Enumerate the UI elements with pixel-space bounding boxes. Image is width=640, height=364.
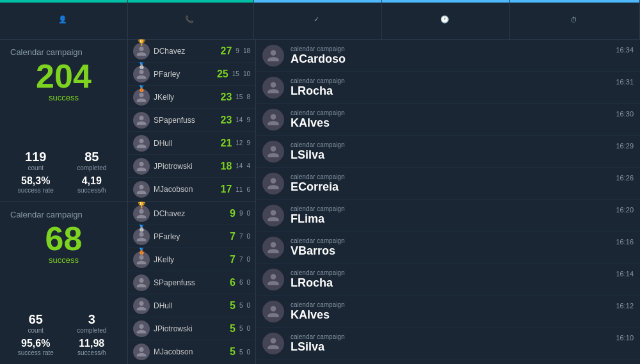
activity-time: 16:30 — [616, 107, 634, 118]
activity-name: VBarros — [291, 244, 609, 258]
middle-section: 🏆 DChavez 27 9 18 🥈 PFarley 25 15 — [128, 40, 256, 364]
agent-score: 23 — [216, 91, 232, 103]
agent-stats: 7 0 — [239, 233, 250, 240]
agent-name: DChavez — [154, 209, 216, 218]
trophy-silver-icon: 🥈 — [138, 225, 145, 232]
agent-name: PFarley — [154, 70, 209, 79]
activity-name: ECorreia — [291, 180, 609, 194]
activity-campaign: calendar campaign — [291, 205, 609, 212]
sr-stat-1: 95,6% success rate — [10, 338, 61, 356]
sh-stat-1: 11,98 success/h — [67, 338, 118, 356]
agent-score: 23 — [216, 115, 232, 126]
agent-row: JPiotrowski 5 5 0 — [128, 317, 255, 340]
success-label-0: success — [10, 93, 117, 102]
agent-row: MJacobson 17 11 6 — [128, 178, 255, 201]
activity-info: calendar campaign ACardoso — [291, 45, 609, 66]
activity-time: 16:10 — [616, 331, 634, 342]
activity-time: 16:26 — [616, 171, 634, 182]
campaign-panel-0: Calendar campaign 204 success 119 count … — [0, 40, 127, 202]
activity-avatar — [262, 269, 284, 290]
activity-name: ACardoso — [291, 52, 609, 66]
agent-stats: 5 0 — [239, 325, 250, 332]
person-icon — [136, 115, 147, 126]
agent-stats: 5 0 — [239, 302, 250, 309]
person-icon — [136, 277, 147, 289]
activity-avatar — [262, 205, 284, 226]
activity-campaign: calendar campaign — [291, 301, 609, 308]
person-icon — [136, 91, 147, 103]
agents-icon: 👤 — [58, 15, 67, 24]
agent-score: 21 — [216, 138, 232, 149]
activity-item: calendar campaign ACardoso 16:34 — [256, 40, 640, 72]
worktime-label: ⏱ — [570, 16, 580, 24]
activity-avatar — [262, 333, 284, 354]
agent-name: SPapenfuss — [154, 116, 212, 125]
activity-campaign: calendar campaign — [291, 141, 609, 148]
activity-campaign: calendar campaign — [291, 109, 609, 116]
activity-avatar — [262, 237, 284, 258]
agent-score: 7 — [220, 254, 236, 265]
activity-person-icon — [266, 241, 280, 255]
activity-name: FLima — [291, 212, 609, 226]
activity-item: calendar campaign ECorreia 16:26 — [256, 168, 640, 200]
agent-score: 9 — [220, 208, 236, 219]
agent-stats: 9 18 — [236, 47, 250, 54]
agent-avatar: 🥈 — [133, 66, 150, 83]
agent-row: JPiotrowski 18 14 4 — [128, 155, 255, 178]
activity-person-icon — [266, 305, 280, 319]
agent-score: 5 — [220, 346, 236, 358]
activity-person-icon — [266, 336, 280, 351]
activity-person-icon — [266, 177, 280, 191]
agent-stats: 15 10 — [232, 70, 250, 77]
agent-score: 25 — [213, 68, 228, 80]
agent-name: PFarley — [154, 232, 216, 241]
worktime-cell: ⏱ — [510, 0, 640, 39]
agent-score: 27 — [216, 45, 232, 57]
agent-row: SPapenfuss 6 6 0 — [128, 271, 255, 294]
campaign-title-0: Calendar campaign — [10, 47, 117, 57]
agent-avatar: 🥈 — [133, 228, 150, 245]
activity-item: calendar campaign KAlves 16:30 — [256, 104, 640, 136]
agent-avatar — [133, 274, 150, 291]
activity-campaign: calendar campaign — [291, 173, 609, 180]
agent-avatar — [133, 135, 150, 152]
activity-campaign: calendar campaign — [291, 269, 609, 276]
agent-row: SPapenfuss 23 14 9 — [128, 109, 255, 132]
completed-stat-1: 3 completed — [67, 312, 118, 334]
agent-avatar — [133, 158, 150, 175]
person-icon — [136, 208, 147, 219]
activity-time: 16:12 — [616, 299, 634, 310]
talktime-cell: 🕐 — [382, 0, 510, 39]
agent-stats: 7 0 — [239, 256, 250, 263]
agent-stats: 5 0 — [239, 349, 250, 356]
trophy-bronze-icon: 🥉 — [138, 248, 145, 255]
activity-time: 16:14 — [616, 267, 634, 278]
activity-time: 16:16 — [616, 235, 634, 246]
activity-info: calendar campaign VBarros — [291, 237, 609, 258]
activity-avatar — [262, 173, 284, 194]
agent-name: MJacobson — [154, 185, 212, 194]
talking-icon: 📞 — [185, 15, 194, 24]
right-section: calendar campaign ACardoso 16:34 calenda… — [256, 40, 640, 364]
trophy-bronze-icon: 🥉 — [138, 85, 145, 92]
person-icon — [136, 68, 147, 80]
activity-info: calendar campaign ECorreia — [291, 173, 609, 194]
header: 👤 📞 ✓ 🕐 ⏱ — [0, 0, 640, 40]
agent-stats: 9 0 — [239, 210, 250, 217]
talktime-label: 🕐 — [440, 15, 452, 24]
agent-row: 🏆 DChavez 27 9 18 — [128, 40, 255, 63]
activity-avatar — [262, 45, 284, 67]
activity-person-icon — [266, 113, 280, 127]
activity-info: calendar campaign LSilva — [291, 141, 609, 162]
agent-avatar — [133, 112, 150, 129]
activity-campaign: calendar campaign — [291, 77, 609, 84]
agent-name: JKelly — [154, 255, 216, 264]
talking-label: 📞 — [185, 15, 196, 24]
activity-item: calendar campaign LSilva 16:10 — [256, 328, 640, 360]
campaign-title-1: Calendar campaign — [10, 210, 117, 219]
agent-row: DHull 5 5 0 — [128, 294, 255, 317]
person-icon — [136, 254, 147, 265]
activity-person-icon — [266, 81, 280, 95]
agent-avatar — [133, 181, 150, 198]
activity-info: calendar campaign LSilva — [291, 333, 609, 354]
